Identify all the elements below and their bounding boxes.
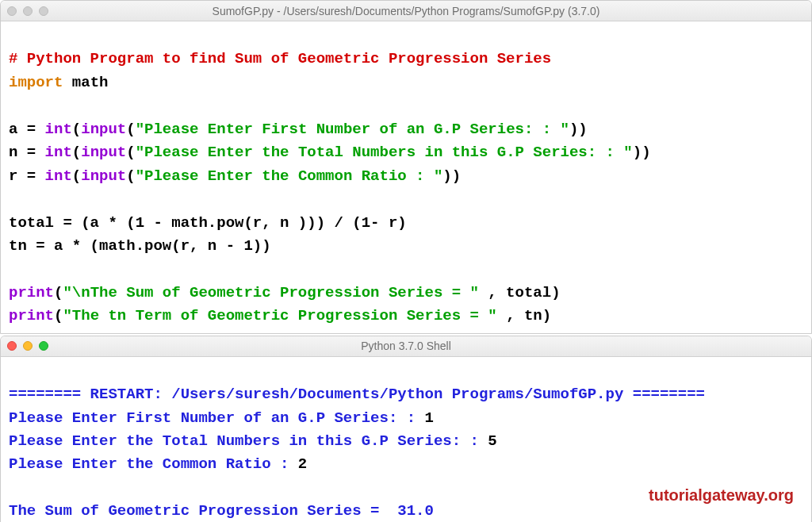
- code-builtin: input: [81, 144, 126, 161]
- code-text: (: [126, 167, 135, 185]
- code-editor[interactable]: # Python Program to find Sum of Geometri…: [1, 21, 811, 333]
- code-text: , total): [488, 284, 560, 301]
- code-string: "Please Enter the Common Ratio : ": [136, 167, 443, 185]
- code-text: (: [126, 121, 135, 138]
- code-comment: # Python Program to find Sum of Geometri…: [9, 50, 551, 67]
- maximize-icon[interactable]: [39, 6, 48, 16]
- close-icon[interactable]: [7, 6, 17, 16]
- minimize-icon[interactable]: [23, 6, 33, 16]
- output-prompt: Please Enter the Common Ratio :: [9, 455, 298, 473]
- code-builtin: input: [81, 121, 126, 138]
- code-keyword: import: [9, 74, 63, 91]
- maximize-icon[interactable]: [39, 341, 48, 351]
- output-input: 5: [488, 432, 496, 450]
- code-builtin: int: [45, 121, 72, 138]
- code-string: "Please Enter the Total Numbers in this …: [136, 144, 633, 161]
- code-text: a =: [9, 121, 45, 138]
- window-controls: [7, 341, 48, 351]
- code-string: "Please Enter First Number of an G.P Ser…: [136, 121, 569, 138]
- output-prompt: Please Enter the Total Numbers in this G…: [9, 432, 488, 450]
- code-text: math: [63, 74, 108, 91]
- minimize-icon[interactable]: [23, 341, 33, 351]
- code-text: n =: [9, 144, 45, 161]
- code-builtin: int: [45, 144, 72, 161]
- code-builtin: print: [9, 307, 54, 324]
- code-string: "\nThe Sum of Geometric Progression Seri…: [63, 284, 488, 301]
- output-line: ======== RESTART: /Users/suresh/Document…: [9, 386, 705, 403]
- shell-titlebar[interactable]: Python 3.7.0 Shell: [1, 336, 811, 357]
- code-text: )): [569, 121, 588, 138]
- editor-window: SumofGP.py - /Users/suresh/Documents/Pyt…: [0, 0, 812, 334]
- code-text: (: [54, 284, 63, 301]
- code-builtin: int: [45, 167, 72, 185]
- window-controls: [7, 6, 48, 16]
- code-text: tn = a * (math.pow(r, n - 1)): [9, 237, 271, 255]
- output-line: The Sum of Geometric Progression Series …: [9, 502, 434, 520]
- code-builtin: input: [81, 167, 126, 185]
- code-text: r =: [9, 167, 45, 185]
- watermark: tutorialgateway.org: [649, 486, 794, 505]
- code-text: , tn): [506, 307, 551, 324]
- shell-title: Python 3.7.0 Shell: [1, 340, 811, 352]
- editor-title: SumofGP.py - /Users/suresh/Documents/Pyt…: [1, 5, 811, 17]
- output-input: 2: [298, 455, 307, 473]
- code-text: )): [633, 144, 651, 161]
- shell-window: Python 3.7.0 Shell ======== RESTART: /Us…: [0, 336, 812, 522]
- code-builtin: print: [9, 284, 54, 301]
- code-text: (: [72, 121, 81, 138]
- code-text: (: [72, 144, 81, 161]
- code-text: total = (a * (1 - math.pow(r, n ))) / (1…: [9, 214, 407, 232]
- output-prompt: Please Enter First Number of an G.P Seri…: [9, 409, 425, 427]
- editor-titlebar[interactable]: SumofGP.py - /Users/suresh/Documents/Pyt…: [1, 1, 811, 21]
- close-icon[interactable]: [7, 341, 17, 351]
- code-string: "The tn Term of Geometric Progression Se…: [63, 307, 506, 324]
- code-text: (: [54, 307, 63, 324]
- code-text: (: [126, 144, 135, 161]
- code-text: )): [442, 167, 461, 185]
- output-input: 1: [425, 409, 434, 427]
- code-text: (: [72, 167, 81, 185]
